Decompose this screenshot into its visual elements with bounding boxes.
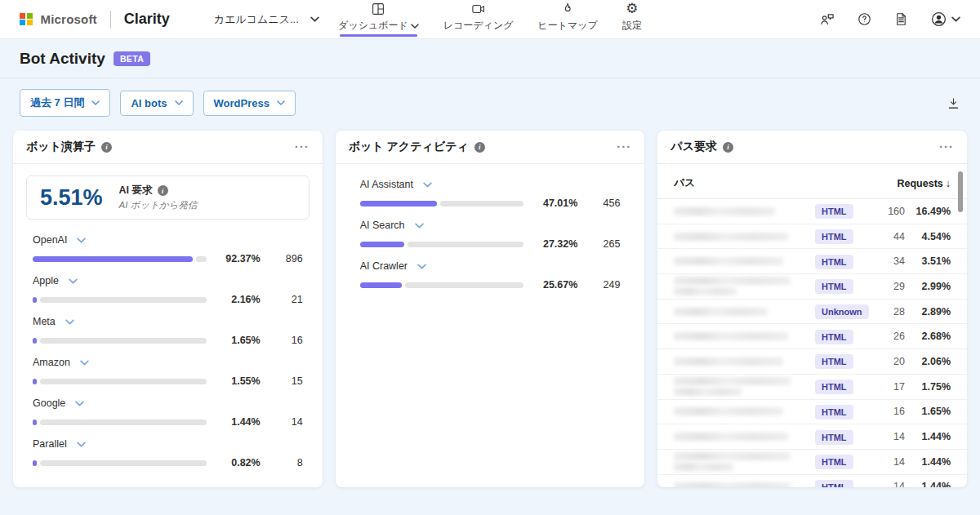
chevron-down-icon[interactable]	[77, 440, 86, 449]
bar-name[interactable]: Apple	[33, 275, 59, 286]
app-name: Clarity	[124, 11, 170, 28]
bar-row: Parallel 0.82% 8	[33, 438, 303, 468]
date-range-label: 過去 7 日間	[30, 95, 84, 110]
bar-name[interactable]: Google	[33, 397, 65, 409]
feedback-icon	[819, 11, 835, 28]
redacted-path	[674, 332, 815, 340]
progress-bar	[360, 242, 524, 247]
request-percent: 1.75%	[905, 381, 951, 393]
request-count: 160	[875, 206, 905, 217]
chevron-down-icon[interactable]	[415, 221, 424, 230]
scrollbar-thumb[interactable]	[958, 171, 963, 212]
bot-operators-card: ボット演算子 i ··· 5.51% AI 要求 i AI ボットから発信 Op…	[13, 131, 323, 487]
table-row: Unknown 28 2.89%	[657, 300, 967, 325]
redacted-path	[674, 482, 815, 487]
chevron-down-icon[interactable]	[65, 317, 74, 326]
project-name: カエルコムニス...	[214, 12, 299, 27]
nav-dashboard[interactable]: ダッシュボード	[338, 2, 419, 37]
request-percent: 16.49%	[905, 206, 951, 217]
request-count: 14	[875, 431, 905, 442]
date-range-filter[interactable]: 過去 7 日間	[20, 89, 110, 117]
chevron-down-icon[interactable]	[77, 236, 86, 245]
bar-name[interactable]: OpenAI	[33, 234, 67, 246]
bot-type-filter[interactable]: AI bots	[120, 91, 193, 116]
table-row: HTML 160 16.49%	[657, 199, 967, 224]
bar-percent: 0.82%	[216, 457, 261, 468]
chevron-down-icon[interactable]	[69, 277, 78, 286]
chevron-down-icon	[951, 15, 960, 24]
help-button[interactable]	[857, 11, 872, 27]
card-title: パス要求	[670, 140, 717, 154]
info-icon[interactable]: i	[723, 142, 733, 153]
card-title: ボット アクティビティ	[349, 140, 469, 154]
feedback-button[interactable]	[819, 11, 835, 28]
bar-count: 15	[270, 375, 303, 387]
bar-percent: 47.01%	[533, 198, 577, 209]
docs-button[interactable]	[893, 11, 909, 27]
table-row: HTML 14 1.44%	[657, 450, 967, 475]
chevron-down-icon[interactable]	[75, 399, 84, 408]
request-count: 26	[875, 331, 905, 342]
document-icon	[893, 11, 909, 27]
bar-count: 16	[270, 335, 303, 346]
bar-row: AI Search 27.32% 265	[360, 220, 621, 250]
bar-name[interactable]: AI Assistant	[360, 179, 413, 190]
column-requests-sort[interactable]: Requests↓	[897, 178, 951, 189]
bar-percent: 1.65%	[216, 335, 261, 346]
redacted-path	[674, 257, 815, 265]
bar-name[interactable]: Parallel	[33, 438, 67, 450]
bar-name[interactable]: AI Search	[360, 220, 405, 231]
info-icon[interactable]: i	[158, 185, 168, 196]
chevron-down-icon	[277, 99, 285, 107]
chevron-down-icon[interactable]	[423, 180, 432, 189]
progress-track	[405, 282, 523, 288]
table-row: HTML 16 1.65%	[657, 400, 967, 425]
chevron-down-icon[interactable]	[80, 358, 89, 367]
settings-gear-icon: ⚙	[626, 2, 638, 16]
progress-bar	[33, 460, 207, 466]
bar-name[interactable]: Amazon	[33, 357, 70, 368]
request-count: 14	[875, 481, 905, 487]
page-title: Bot Activity	[20, 50, 105, 68]
content-type-badge: Unknown	[815, 304, 869, 319]
table-row: HTML 34 3.51%	[657, 249, 967, 274]
more-menu-button[interactable]: ···	[295, 143, 310, 151]
progress-fill	[360, 282, 403, 288]
nav-recordings-label: レコーディング	[443, 19, 514, 33]
export-download-button[interactable]	[947, 96, 960, 110]
request-count: 44	[875, 231, 905, 242]
redacted-path	[674, 357, 815, 366]
more-menu-button[interactable]: ···	[939, 143, 954, 151]
filter-bar: 過去 7 日間 AI bots WordPress	[0, 78, 980, 127]
request-percent: 4.54%	[905, 231, 951, 242]
progress-fill	[33, 460, 37, 466]
nav-heatmaps[interactable]: ヒートマップ	[537, 2, 597, 37]
platform-label: WordPress	[214, 97, 270, 109]
account-menu[interactable]	[930, 11, 960, 28]
nav-settings[interactable]: ⚙ 設定	[622, 2, 642, 37]
bar-name[interactable]: Meta	[33, 316, 56, 327]
info-icon[interactable]: i	[101, 142, 112, 153]
table-row: HTML 26 2.68%	[657, 324, 967, 349]
request-count: 17	[875, 381, 905, 393]
ai-requests-summary: 5.51% AI 要求 i AI ボットから発信	[26, 175, 310, 220]
request-percent: 1.44%	[905, 456, 951, 468]
info-icon[interactable]: i	[474, 142, 485, 153]
request-percent: 2.68%	[905, 331, 951, 342]
more-menu-button[interactable]: ···	[617, 143, 631, 151]
table-row: HTML 17 1.75%	[657, 375, 967, 400]
table-row: HTML 44 4.54%	[657, 224, 967, 250]
project-selector[interactable]: カエルコムニス...	[214, 12, 319, 27]
top-bar: Microsoft Clarity カエルコムニス... ダッシュボード レコー…	[0, 0, 980, 39]
main-nav: ダッシュボード レコーディング ヒートマップ ⚙ 設定	[338, 2, 642, 37]
progress-fill	[33, 420, 37, 425]
bar-percent: 1.55%	[216, 375, 261, 387]
platform-filter[interactable]: WordPress	[203, 91, 296, 116]
help-icon	[857, 11, 872, 27]
nav-heatmaps-label: ヒートマップ	[537, 19, 597, 33]
nav-recordings[interactable]: レコーディング	[443, 2, 514, 37]
activity-list: AI Assistant 47.01% 456 AI Search 27.32%…	[336, 164, 645, 301]
chevron-down-icon[interactable]	[417, 262, 426, 271]
bar-name[interactable]: AI Crawler	[360, 260, 408, 272]
redacted-path	[674, 433, 815, 441]
